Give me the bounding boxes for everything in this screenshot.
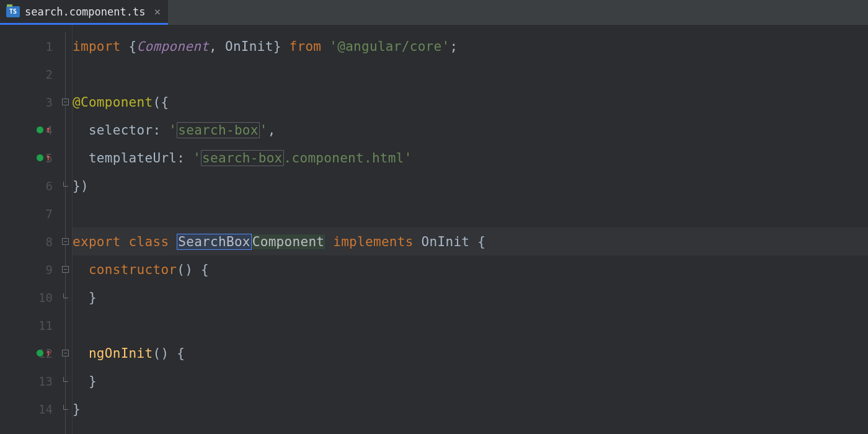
fold-toggle-icon[interactable] xyxy=(62,350,69,356)
line-number: 13 xyxy=(34,374,53,388)
close-icon[interactable]: × xyxy=(154,5,161,18)
code-line[interactable]: selector: 'search-box', xyxy=(73,116,868,144)
code-line[interactable]: } xyxy=(73,395,868,423)
line-number: 10 xyxy=(34,291,53,304)
tab-title: search.component.ts xyxy=(25,6,145,18)
code-line[interactable]: templateUrl: 'search-box.component.html' xyxy=(73,144,868,172)
code-line-current[interactable]: export class SearchBoxComponent implemen… xyxy=(73,228,868,255)
fold-toggle-icon[interactable] xyxy=(62,99,69,105)
code-line[interactable] xyxy=(73,311,868,339)
tab-bar: TS search.component.ts × xyxy=(0,0,868,25)
code-line[interactable]: @Component({ xyxy=(73,88,868,116)
line-number: 2 xyxy=(34,68,53,81)
code-line[interactable]: ngOnInit() { xyxy=(73,339,868,367)
fold-end-icon xyxy=(63,377,68,382)
code-line[interactable]: } xyxy=(73,367,868,395)
override-marker-icon[interactable]: ↑ xyxy=(36,125,51,135)
line-number: 1 xyxy=(34,40,53,53)
editor-tab[interactable]: TS search.component.ts × xyxy=(0,0,168,25)
fold-toggle-icon[interactable] xyxy=(62,266,69,273)
rename-selection: SearchBox xyxy=(177,234,252,250)
line-number: 8 xyxy=(34,235,53,249)
override-marker-icon[interactable]: ↑ xyxy=(36,153,51,162)
fold-end-icon xyxy=(63,182,68,187)
line-number: 14 xyxy=(34,402,53,416)
line-number: 7 xyxy=(34,207,53,221)
typescript-file-icon: TS xyxy=(6,6,20,17)
code-line[interactable]: }) xyxy=(73,172,868,200)
fold-end-icon xyxy=(63,405,68,410)
line-number: 3 xyxy=(34,95,53,109)
line-number: 9 xyxy=(34,263,53,277)
line-number: 11 xyxy=(34,319,53,332)
code-line[interactable]: import {Component, OnInit} from '@angula… xyxy=(73,32,868,60)
fold-gutter xyxy=(59,25,73,434)
line-number-gutter: 1 2 3 ↑4 ↑5 6 7 8 9 10 11 ↑12 13 14 xyxy=(0,25,59,434)
fold-toggle-icon[interactable] xyxy=(62,238,69,245)
override-marker-icon[interactable]: ↑ xyxy=(36,348,51,358)
code-line[interactable] xyxy=(73,60,868,88)
code-line[interactable]: } xyxy=(73,283,868,311)
code-area[interactable]: import {Component, OnInit} from '@angula… xyxy=(73,25,868,434)
fold-end-icon xyxy=(63,293,68,298)
code-line[interactable] xyxy=(73,200,868,228)
line-number: 6 xyxy=(34,179,53,193)
code-line[interactable]: constructor() { xyxy=(73,255,868,283)
code-editor[interactable]: 1 2 3 ↑4 ↑5 6 7 8 9 10 11 ↑12 13 14 impo… xyxy=(0,25,868,434)
